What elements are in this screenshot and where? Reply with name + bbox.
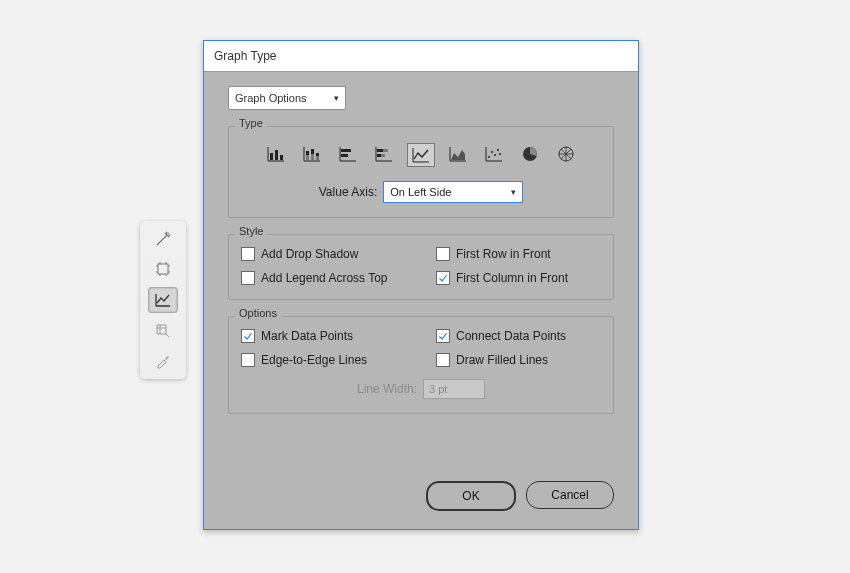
- checkbox-label: First Column in Front: [456, 271, 568, 285]
- chevron-down-icon: ▾: [334, 93, 339, 103]
- svg-rect-5: [306, 151, 309, 155]
- svg-point-19: [494, 154, 496, 156]
- value-axis-select-value: On Left Side: [390, 186, 451, 198]
- options-group: Options Mark Data Points Connect Data Po…: [228, 316, 614, 414]
- button-label: OK: [462, 489, 479, 503]
- svg-rect-13: [377, 149, 383, 152]
- connect-data-points-checkbox[interactable]: Connect Data Points: [436, 329, 601, 343]
- svg-rect-9: [316, 153, 319, 156]
- checkbox-icon: [241, 329, 255, 343]
- svg-rect-4: [280, 155, 283, 160]
- type-group-legend: Type: [235, 117, 267, 129]
- checkbox-icon: [241, 247, 255, 261]
- scatter-graph-icon[interactable]: [481, 143, 507, 165]
- stacked-bar-graph-icon[interactable]: [371, 143, 397, 165]
- area-graph-icon[interactable]: [445, 143, 471, 165]
- first-column-front-checkbox[interactable]: First Column in Front: [436, 271, 601, 285]
- svg-point-20: [497, 149, 499, 151]
- svg-rect-8: [311, 154, 314, 160]
- svg-rect-16: [381, 154, 385, 157]
- line-width-field: 3 pt: [423, 379, 485, 399]
- column-graph-icon[interactable]: [263, 143, 289, 165]
- checkbox-label: Add Legend Across Top: [261, 271, 388, 285]
- edge-to-edge-lines-checkbox[interactable]: Edge-to-Edge Lines: [241, 353, 436, 367]
- svg-rect-11: [341, 149, 351, 152]
- stacked-column-graph-icon[interactable]: [299, 143, 325, 165]
- checkbox-label: Mark Data Points: [261, 329, 353, 343]
- tool-palette: [140, 221, 186, 379]
- style-group-legend: Style: [235, 225, 267, 237]
- line-width-label: Line Width:: [357, 382, 417, 396]
- svg-point-18: [491, 151, 493, 153]
- app-canvas: Graph Type Graph Options ▾ Type: [0, 0, 850, 573]
- options-group-legend: Options: [235, 307, 281, 319]
- checkbox-icon: [436, 329, 450, 343]
- svg-rect-12: [341, 154, 348, 157]
- dialog-body: Graph Options ▾ Type: [204, 72, 638, 428]
- artboard-tool-icon[interactable]: [149, 257, 177, 281]
- type-group: Type: [228, 126, 614, 218]
- svg-rect-7: [311, 149, 314, 154]
- value-axis-row: Value Axis: On Left Side ▾: [241, 181, 601, 203]
- svg-rect-10: [316, 156, 319, 160]
- checkbox-label: Draw Filled Lines: [456, 353, 548, 367]
- graph-options-dropdown-label: Graph Options: [235, 92, 307, 104]
- dialog-footer: OK Cancel: [204, 481, 638, 511]
- chevron-down-icon: ▾: [511, 187, 516, 197]
- mark-data-points-checkbox[interactable]: Mark Data Points: [241, 329, 436, 343]
- dialog-title-text: Graph Type: [214, 49, 276, 63]
- svg-point-0: [167, 232, 169, 234]
- svg-rect-15: [377, 154, 381, 157]
- radar-graph-icon[interactable]: [553, 143, 579, 165]
- graph-options-dropdown[interactable]: Graph Options ▾: [228, 86, 346, 110]
- line-width-row: Line Width: 3 pt: [241, 379, 601, 399]
- draw-filled-lines-checkbox[interactable]: Draw Filled Lines: [436, 353, 601, 367]
- checkbox-label: Connect Data Points: [456, 329, 566, 343]
- bar-graph-icon[interactable]: [335, 143, 361, 165]
- ok-button[interactable]: OK: [426, 481, 516, 511]
- slice-tool-icon[interactable]: [149, 319, 177, 343]
- checkbox-icon: [436, 353, 450, 367]
- svg-rect-2: [270, 153, 273, 160]
- checkbox-icon: [241, 353, 255, 367]
- button-label: Cancel: [551, 488, 588, 502]
- value-axis-select[interactable]: On Left Side ▾: [383, 181, 523, 203]
- value-axis-label: Value Axis:: [319, 185, 377, 199]
- svg-point-17: [488, 156, 490, 158]
- svg-rect-1: [158, 264, 168, 274]
- wand-tool-icon[interactable]: [149, 227, 177, 251]
- checkbox-label: Add Drop Shadow: [261, 247, 358, 261]
- checkbox-icon: [436, 271, 450, 285]
- svg-rect-14: [383, 149, 388, 152]
- pie-graph-icon[interactable]: [517, 143, 543, 165]
- style-group: Style Add Drop Shadow First Row in Front…: [228, 234, 614, 300]
- first-row-front-checkbox[interactable]: First Row in Front: [436, 247, 601, 261]
- checkbox-label: First Row in Front: [456, 247, 551, 261]
- add-legend-top-checkbox[interactable]: Add Legend Across Top: [241, 271, 436, 285]
- graph-type-row: [241, 143, 601, 167]
- graph-type-dialog: Graph Type Graph Options ▾ Type: [203, 40, 639, 530]
- add-drop-shadow-checkbox[interactable]: Add Drop Shadow: [241, 247, 436, 261]
- line-graph-tool-icon[interactable]: [148, 287, 178, 313]
- svg-point-21: [499, 153, 501, 155]
- eyedropper-tool-icon[interactable]: [149, 349, 177, 373]
- checkbox-icon: [436, 247, 450, 261]
- dialog-title: Graph Type: [204, 41, 638, 72]
- line-graph-icon[interactable]: [407, 143, 435, 167]
- checkbox-label: Edge-to-Edge Lines: [261, 353, 367, 367]
- svg-rect-3: [275, 150, 278, 160]
- checkbox-icon: [241, 271, 255, 285]
- svg-rect-6: [306, 155, 309, 160]
- cancel-button[interactable]: Cancel: [526, 481, 614, 509]
